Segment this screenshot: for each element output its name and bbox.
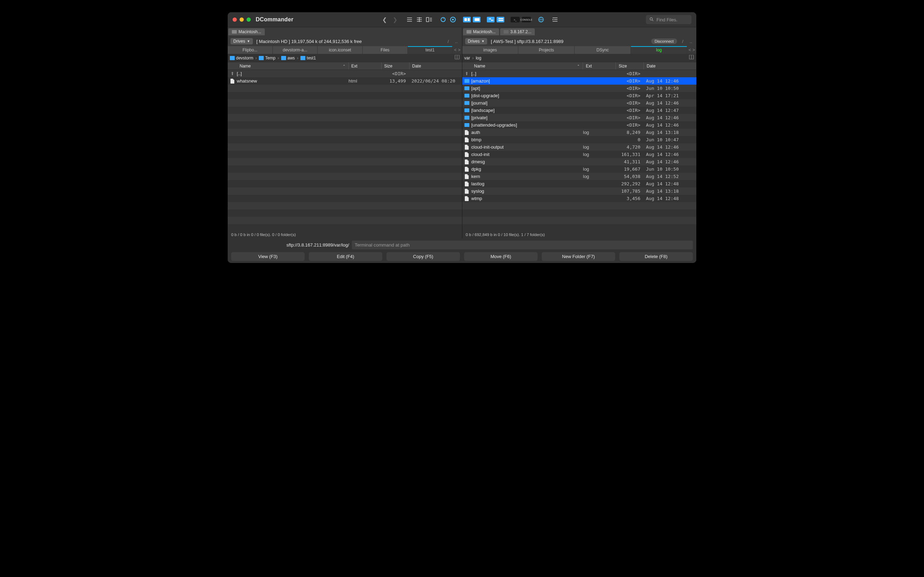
harddrive-icon [232, 30, 237, 34]
search-input[interactable] [656, 17, 687, 23]
table-row[interactable]: [private]<DIR>Aug 14 12:46 [462, 114, 697, 121]
table-row[interactable]: [landscape]<DIR>Aug 14 12:47 [462, 106, 697, 114]
table-row[interactable]: ⬆[..]<DIR> [462, 70, 697, 77]
row-name: btmp [471, 137, 583, 142]
empty-row [228, 202, 462, 210]
table-row[interactable]: btmp0Jun 10 10:47 [462, 136, 697, 143]
folder-tab[interactable]: log [631, 46, 687, 54]
indent-icon[interactable] [551, 16, 559, 23]
function-button[interactable]: Move (F6) [464, 252, 537, 261]
swap-panels-icon[interactable] [487, 17, 495, 23]
col-ext[interactable]: Ext [349, 62, 382, 69]
tab-prev-button[interactable]: < [689, 48, 691, 52]
row-size: <DIR> [382, 71, 410, 76]
panel-compare-icon[interactable] [463, 17, 471, 23]
folder-tab[interactable]: Files [363, 46, 408, 54]
table-row[interactable]: syslog107,785Aug 14 13:18 [462, 187, 697, 195]
drive-tab[interactable]: 3.8.167.2... [500, 28, 535, 35]
row-date: Aug 14 12:46 [644, 100, 696, 106]
table-row[interactable]: whatsnewhtml13,4992022/06/24 08:20 [228, 77, 462, 85]
breadcrumb-item[interactable]: devstorm [230, 56, 253, 61]
find-files-search[interactable] [646, 15, 692, 24]
col-date[interactable]: Date [644, 62, 696, 69]
breadcrumb-item[interactable]: log [476, 56, 481, 61]
drive-tab[interactable]: Macintosh... [228, 28, 265, 35]
root-button[interactable]: / [446, 39, 450, 44]
terminal-icon[interactable]: >_ [511, 17, 520, 23]
col-size[interactable]: Size [616, 62, 644, 69]
table-row[interactable]: ⬆[..]<DIR> [228, 70, 462, 77]
col-name[interactable]: Name⌃ [471, 62, 583, 69]
tab-next-button[interactable]: > [692, 48, 695, 52]
bookmark-icon[interactable] [689, 55, 694, 61]
view-detail-icon[interactable] [425, 16, 433, 23]
drive-info: [ Macintosh HD ] 19,197,504 k of 244,912… [256, 39, 362, 44]
view-columns-icon[interactable] [416, 16, 423, 23]
table-row[interactable]: lastlog292,292Aug 14 12:48 [462, 180, 697, 187]
console-icon[interactable]: CONSOLE [522, 17, 531, 23]
drives-button[interactable]: Drives▼ [231, 38, 253, 44]
minimize-icon[interactable] [240, 18, 244, 22]
table-row[interactable]: dmesg41,311Aug 14 12:46 [462, 158, 697, 165]
drive-tab[interactable]: Macintosh... [463, 28, 500, 35]
function-button[interactable]: Copy (F5) [387, 252, 460, 261]
breadcrumb-item[interactable]: test1 [300, 56, 316, 61]
table-row[interactable]: cloud-initlog161,331Aug 14 12:46 [462, 151, 697, 158]
svg-rect-7 [426, 18, 429, 22]
tab-next-button[interactable]: > [458, 48, 460, 52]
table-row[interactable]: [apt]<DIR>Jun 10 10:50 [462, 85, 697, 92]
drives-button[interactable]: Drives▼ [465, 38, 487, 44]
parent-button[interactable]: .. [688, 39, 693, 44]
table-row[interactable]: [unattended-upgrades]<DIR>Aug 14 12:46 [462, 121, 697, 129]
folder-tab[interactable]: Flipbo... [228, 46, 273, 54]
table-row[interactable]: dpkglog19,667Jun 10 10:50 [462, 165, 697, 173]
file-list[interactable]: ⬆[..]<DIR>whatsnewhtml13,4992022/06/24 0… [228, 70, 462, 231]
breadcrumb-item[interactable]: var [464, 56, 470, 61]
folder-tab[interactable]: DSync [575, 46, 631, 54]
row-size: 13,499 [382, 78, 410, 84]
maximize-icon[interactable] [247, 18, 251, 22]
function-button[interactable]: New Folder (F7) [542, 252, 615, 261]
function-button[interactable]: View (F3) [231, 252, 305, 261]
table-row[interactable]: [journal]<DIR>Aug 14 12:46 [462, 99, 697, 106]
disconnect-button[interactable]: Disconnect [651, 39, 677, 44]
panel-single-icon[interactable] [473, 17, 481, 23]
mirror-panel-icon[interactable] [497, 17, 504, 23]
folder-icon [464, 116, 469, 119]
root-button[interactable]: / [681, 39, 685, 44]
tab-prev-button[interactable]: < [454, 48, 456, 52]
parent-button[interactable]: .. [454, 39, 459, 44]
folder-tab[interactable]: images [462, 46, 519, 54]
function-button[interactable]: Delete (F8) [619, 252, 693, 261]
col-name[interactable]: Name⌃ [237, 62, 349, 69]
nav-forward-button[interactable]: ❯ [391, 15, 399, 24]
close-icon[interactable] [232, 18, 237, 22]
view-list-icon[interactable] [406, 16, 413, 23]
row-date: Aug 14 12:52 [644, 174, 696, 179]
row-date: Aug 14 13:18 [644, 189, 696, 194]
bookmark-icon[interactable] [454, 55, 460, 61]
nav-back-button[interactable]: ❮ [381, 15, 389, 24]
folder-tab[interactable]: icon.iconset [318, 46, 363, 54]
col-ext[interactable]: Ext [583, 62, 616, 69]
folder-tab[interactable]: Projects [518, 46, 575, 54]
breadcrumb-item[interactable]: Temp [259, 56, 275, 61]
empty-row [228, 180, 462, 187]
eye-icon[interactable] [449, 16, 457, 23]
table-row[interactable]: wtmp3,456Aug 14 12:48 [462, 195, 697, 202]
terminal-input[interactable] [352, 240, 693, 249]
network-globe-icon[interactable] [537, 16, 545, 23]
breadcrumb-item[interactable]: aws [281, 56, 295, 61]
col-date[interactable]: Date [410, 62, 462, 69]
table-row[interactable]: kernlog54,038Aug 14 12:52 [462, 173, 697, 180]
sync-icon[interactable] [439, 16, 447, 23]
table-row[interactable]: authlog8,249Aug 14 13:18 [462, 129, 697, 136]
function-button[interactable]: Edit (F4) [309, 252, 382, 261]
table-row[interactable]: [amazon]<DIR>Aug 14 12:46 [462, 77, 697, 85]
table-row[interactable]: cloud-init-outputlog4,720Aug 14 12:46 [462, 143, 697, 151]
col-size[interactable]: Size [382, 62, 410, 69]
folder-tab[interactable]: devstorm-a... [273, 46, 318, 54]
table-row[interactable]: [dist-upgrade]<DIR>Apr 14 17:21 [462, 92, 697, 99]
file-list[interactable]: ⬆[..]<DIR>[amazon]<DIR>Aug 14 12:46[apt]… [462, 70, 697, 231]
folder-tab[interactable]: test1 [408, 46, 453, 54]
